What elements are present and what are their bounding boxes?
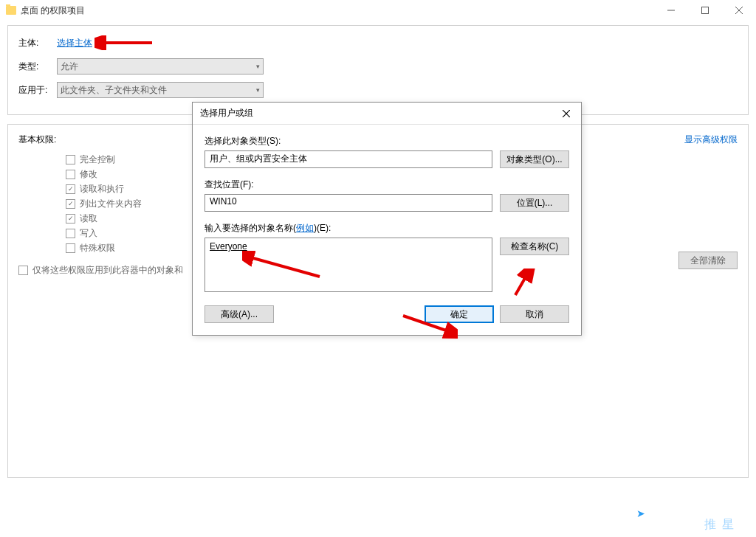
checkbox[interactable] <box>66 170 75 179</box>
title-bar: 桌面 的权限项目 <box>0 0 756 21</box>
checkbox[interactable] <box>66 155 75 164</box>
window-controls <box>654 0 756 21</box>
checkbox[interactable] <box>66 229 75 238</box>
dialog-titlebar: 选择用户或组 <box>193 103 581 125</box>
dialog-title: 选择用户或组 <box>200 107 253 119</box>
window-title: 桌面 的权限项目 <box>21 4 85 17</box>
locations-button[interactable]: 位置(L)... <box>500 194 569 212</box>
svg-rect-1 <box>702 7 709 14</box>
checkbox[interactable] <box>66 184 75 194</box>
location-label: 查找位置(F): <box>205 179 569 191</box>
decorative-mark: ➤ <box>636 507 645 519</box>
type-row: 类型: 允许 ▾ <box>18 58 738 75</box>
object-types-button[interactable]: 对象类型(O)... <box>500 150 569 168</box>
object-type-field: 用户、组或内置安全主体 <box>205 150 492 168</box>
principal-row: 主体: 选择主体 <box>18 35 738 51</box>
object-names-label: 输入要选择的对象名称(例如)(E): <box>205 222 569 235</box>
applies-value: 此文件夹、子文件夹和文件 <box>61 84 167 97</box>
applies-dropdown[interactable]: 此文件夹、子文件夹和文件 ▾ <box>57 82 264 98</box>
select-user-dialog: 选择用户或组 选择此对象类型(S): 用户、组或内置安全主体 对象类型(O)..… <box>192 102 582 336</box>
cancel-button[interactable]: 取消 <box>500 305 569 323</box>
chevron-down-icon: ▾ <box>256 63 260 70</box>
example-link[interactable]: 例如 <box>296 223 314 233</box>
advanced-button[interactable]: 高级(A)... <box>205 305 274 323</box>
watermark: 推 星 <box>704 517 735 533</box>
checkbox[interactable] <box>18 266 28 275</box>
clear-all-button[interactable]: 全部清除 <box>678 252 738 269</box>
chevron-down-icon: ▾ <box>256 86 260 94</box>
basic-permissions-label: 基本权限: <box>18 134 56 146</box>
apply-only-label: 仅将这些权限应用到此容器中的对象和 <box>32 264 183 277</box>
dialog-footer: 高级(A)... 确定 取消 <box>205 305 569 323</box>
type-dropdown[interactable]: 允许 ▾ <box>57 58 264 75</box>
principal-label: 主体: <box>18 37 57 49</box>
object-type-label: 选择此对象类型(S): <box>205 135 569 148</box>
minimize-button[interactable] <box>654 0 688 21</box>
applies-label: 应用于: <box>18 84 57 97</box>
dialog-body: 选择此对象类型(S): 用户、组或内置安全主体 对象类型(O)... 查找位置(… <box>193 125 581 335</box>
checkbox[interactable] <box>66 199 75 209</box>
ok-button[interactable]: 确定 <box>425 305 494 323</box>
dialog-close-button[interactable] <box>554 104 578 123</box>
close-button[interactable] <box>722 0 756 21</box>
show-advanced-permissions-link[interactable]: 显示高级权限 <box>684 134 738 146</box>
checkbox[interactable] <box>66 243 75 253</box>
object-names-input[interactable]: Everyone <box>205 238 492 292</box>
applies-row: 应用于: 此文件夹、子文件夹和文件 ▾ <box>18 82 738 98</box>
check-names-button[interactable]: 检查名称(C) <box>500 238 569 255</box>
maximize-button[interactable] <box>688 0 722 21</box>
type-value: 允许 <box>61 60 78 73</box>
folder-icon <box>6 6 16 15</box>
location-field: WIN10 <box>205 194 492 212</box>
type-label: 类型: <box>18 60 57 73</box>
checkbox[interactable] <box>66 214 75 224</box>
select-principal-link[interactable]: 选择主体 <box>57 37 92 49</box>
